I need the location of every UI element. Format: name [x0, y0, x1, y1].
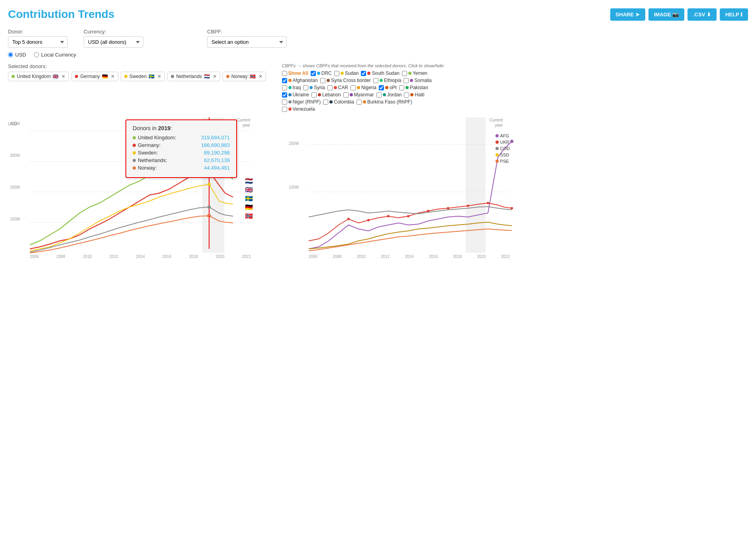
cbpf-checkbox[interactable]	[334, 71, 339, 76]
cbpf-item-car[interactable]: CAR	[327, 85, 348, 90]
cbpf-checkbox[interactable]	[379, 85, 384, 90]
cbpf-name: Iraq	[293, 85, 301, 90]
cbpf-checkbox[interactable]	[361, 71, 366, 76]
cbpf-item-ukraine[interactable]: Ukraine	[282, 92, 309, 98]
donor-remove[interactable]: ✕	[157, 74, 161, 79]
cbpf-checkbox[interactable]	[327, 85, 333, 90]
donor-tag-netherlands[interactable]: Netherlands🇳🇱✕	[167, 72, 220, 81]
donor-dot	[226, 75, 229, 78]
currency-select[interactable]: USD (all donors)	[84, 36, 143, 48]
share-button[interactable]: SHARE ➤	[610, 8, 645, 21]
cbpf-item-venezuela[interactable]: Venezuela	[282, 106, 315, 112]
usd-radio-label[interactable]: USD	[8, 52, 26, 58]
cbpf-checkbox[interactable]	[282, 85, 287, 90]
cbpf-item-somalia[interactable]: Somalia	[403, 78, 431, 83]
netherlands-line	[30, 207, 233, 252]
cbpf-item-sudan[interactable]: Sudan	[334, 70, 359, 76]
cbpf-checkbox[interactable]	[399, 85, 404, 90]
help-button[interactable]: HELP ℹ	[720, 8, 748, 21]
cbpf-item-colombia[interactable]: Colombia	[323, 99, 354, 105]
cbpf-checkbox[interactable]	[282, 78, 287, 83]
cbpf-item-iraq[interactable]: Iraq	[282, 85, 301, 90]
cbpf-dot	[405, 86, 409, 89]
local-radio-label[interactable]: Local Currency	[34, 52, 76, 58]
cbpf-checkbox[interactable]	[343, 92, 349, 98]
cbpf-item-jordan[interactable]: Jordan	[376, 92, 402, 98]
cbpf-checkbox[interactable]	[323, 100, 328, 105]
afg-line	[309, 141, 512, 249]
cbpf-name: Nigeria	[361, 85, 376, 90]
donor-tag-sweden[interactable]: Sweden🇸🇪✕	[121, 72, 165, 81]
cbpf-item-myanmar[interactable]: Myanmar	[343, 92, 374, 98]
cbpf-item-niger-(rhpf)[interactable]: Niger (RhPF)	[282, 99, 321, 105]
tooltip-row-germany: Germany:166,690,883	[133, 142, 230, 148]
cbpf-checkbox[interactable]	[356, 100, 362, 105]
cbpf-item-opt[interactable]: oPt	[379, 85, 397, 90]
tooltip-dot	[133, 166, 136, 170]
cbpf-item-drc[interactable]: DRC	[311, 70, 332, 76]
cbpf-name: oPt	[390, 85, 397, 90]
cbpf-checkbox[interactable]	[282, 92, 287, 98]
donor-tag-norway[interactable]: Norway🇳🇴✕	[223, 72, 266, 81]
donor-remove[interactable]: ✕	[61, 74, 65, 79]
local-radio[interactable]	[34, 52, 39, 57]
tooltip-value: 44,494,461	[204, 165, 230, 171]
show-all-checkbox[interactable]	[282, 71, 287, 76]
cbpf-item-burkina-faso-(rhpf)[interactable]: Burkina Faso (RhPF)	[356, 99, 412, 105]
image-button[interactable]: IMAGE 📷	[648, 8, 684, 21]
cbpf-dot	[350, 93, 353, 96]
cbpf-item-yemen[interactable]: Yemen	[402, 70, 427, 76]
dot-ukr-7	[467, 205, 469, 207]
cbpf-item-haiti[interactable]: Haiti	[404, 92, 424, 98]
cbpf-checkbox[interactable]	[311, 71, 316, 76]
cbpf-select[interactable]: Select an option	[207, 36, 287, 48]
donor-remove[interactable]: ✕	[213, 74, 217, 79]
cbpf-item-syria-cross-border[interactable]: Syria Cross border	[320, 78, 371, 83]
cbpf-checkbox[interactable]	[376, 92, 382, 98]
donor-dot	[171, 75, 174, 78]
secondary-chart-svg	[309, 117, 510, 253]
cbpf-show-all[interactable]: Show All	[282, 70, 308, 76]
x-tick-2020: 2020	[215, 254, 224, 259]
cbpf-label: CBPF:	[207, 29, 287, 35]
donor-name: United Kingdom	[17, 74, 51, 79]
legend-uk: 🇬🇧	[245, 186, 253, 193]
cbpf-checkbox[interactable]	[282, 107, 287, 112]
cbpf-item-syria[interactable]: Syria	[303, 85, 325, 90]
dot-ukr-end	[511, 207, 513, 209]
cbpf-checkbox[interactable]	[303, 85, 308, 90]
legend-label: COD	[500, 146, 510, 151]
donor-tag-united-kingdom[interactable]: United Kingdom🇬🇧✕	[8, 72, 69, 81]
legend-nl: 🇳🇱	[245, 177, 253, 185]
cbpf-checkbox[interactable]	[320, 78, 325, 83]
cbpf-item-south-sudan[interactable]: South Sudan	[361, 70, 399, 76]
show-all-label[interactable]: Show All	[288, 70, 308, 76]
donor-select[interactable]: Top 5 donors	[8, 36, 68, 48]
cbpf-item-pakistan[interactable]: Pakistan	[399, 85, 428, 90]
main-content-top: Selected donors: United Kingdom🇬🇧✕German…	[8, 63, 748, 112]
cbpf-dot	[410, 79, 413, 82]
cbpf-checkbox[interactable]	[404, 92, 409, 98]
cbpf-row-0: Show AllDRCSudanSouth SudanYemen	[282, 70, 748, 76]
cbpf-checkbox[interactable]	[402, 71, 407, 76]
cbpf-name: Ukraine	[293, 92, 309, 98]
csv-button[interactable]: .CSV ⬇	[687, 8, 717, 21]
donor-tag-germany[interactable]: Germany🇩🇪✕	[71, 72, 118, 81]
cbpf-item-lebanon[interactable]: Lebanon	[311, 92, 341, 98]
donor-remove[interactable]: ✕	[111, 74, 115, 79]
usd-radio[interactable]	[8, 52, 13, 57]
sec-x-2016: 2016	[429, 254, 438, 259]
cbpf-checkbox[interactable]	[373, 78, 378, 83]
cbpf-dot	[288, 79, 292, 82]
cbpf-checkbox[interactable]	[403, 78, 409, 83]
donor-remove[interactable]: ✕	[259, 74, 262, 79]
radio-row: USD Local Currency	[8, 52, 748, 58]
legend-label: PSE	[500, 159, 509, 164]
cbpf-checkbox[interactable]	[311, 92, 317, 98]
cbpf-item-afghanistan[interactable]: Afghanistan	[282, 78, 318, 83]
cbpf-item-ethiopia[interactable]: Ethiopia	[373, 78, 401, 83]
donor-name: Sweden	[129, 74, 147, 79]
cbpf-item-nigeria[interactable]: Nigeria	[351, 85, 376, 90]
cbpf-checkbox[interactable]	[282, 100, 287, 105]
cbpf-checkbox[interactable]	[351, 85, 356, 90]
